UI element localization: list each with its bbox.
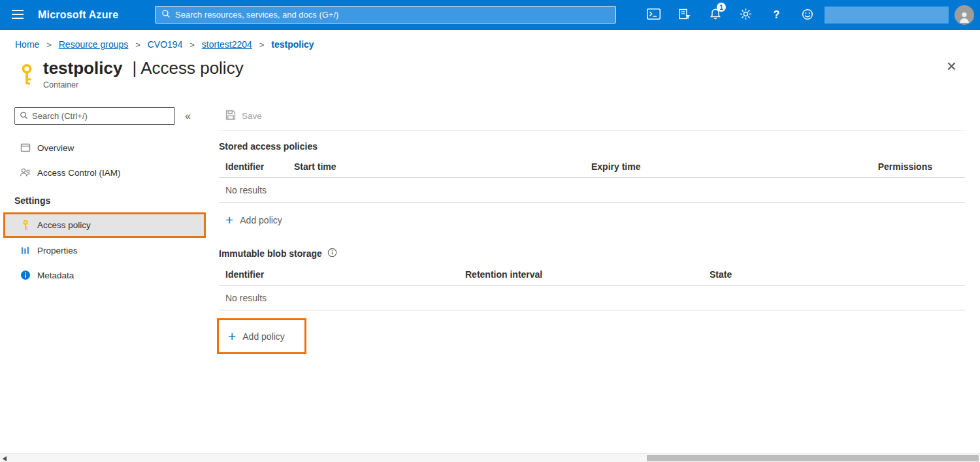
breadcrumb-separator: >	[259, 40, 265, 50]
azure-top-bar: Microsoft Azure 1	[0, 0, 980, 30]
stored-policies-header-row: Identifier Start time Expiry time Permis…	[219, 156, 965, 178]
topbar-actions: 1 ?	[638, 0, 980, 30]
sidebar-search-input[interactable]	[32, 111, 170, 121]
overview-icon	[20, 142, 31, 154]
sidebar-item-access-control-iam[interactable]: Access Control (IAM)	[0, 160, 206, 185]
collapse-sidebar-button[interactable]: «	[185, 110, 191, 122]
help-icon: ?	[774, 9, 780, 21]
hamburger-icon	[12, 10, 24, 21]
save-button-label: Save	[242, 111, 262, 121]
sidebar-item-label: Access Control (IAM)	[37, 168, 121, 178]
content-area: « Overview Access Control (IAM) Settings	[0, 102, 980, 354]
sidebar-section-settings: Settings	[0, 185, 206, 212]
no-results-label: No results	[225, 293, 267, 303]
sidebar-item-access-policy[interactable]: Access policy	[3, 212, 206, 238]
info-icon[interactable]	[327, 248, 337, 259]
notifications-button[interactable]: 1	[700, 0, 730, 30]
breadcrumb-cvo194[interactable]: CVO194	[148, 39, 183, 50]
breadcrumb-stortest2204[interactable]: stortest2204	[202, 39, 252, 50]
resource-menu-sidebar: « Overview Access Control (IAM) Settings	[0, 102, 206, 354]
no-results-label: No results	[225, 185, 267, 195]
sidebar-item-overview[interactable]: Overview	[0, 135, 206, 160]
save-icon	[225, 110, 236, 122]
page-header: testpolicy | Access policy Container ×	[0, 50, 980, 97]
horizontal-scrollbar[interactable]	[0, 453, 980, 462]
feedback-button[interactable]	[792, 0, 823, 30]
add-stored-policy-button[interactable]: + Add policy	[225, 213, 282, 227]
plus-icon: +	[225, 213, 233, 227]
iam-person-icon	[20, 167, 31, 178]
scroll-left-arrow-icon[interactable]	[3, 456, 7, 461]
column-identifier: Identifier	[219, 161, 294, 172]
global-search-bar[interactable]	[155, 6, 616, 24]
column-expiry-time: Expiry time	[591, 161, 877, 172]
hamburger-menu-button[interactable]	[0, 0, 35, 30]
search-icon	[161, 9, 171, 20]
save-button[interactable]: Save	[225, 110, 262, 122]
immutable-empty-row: No results	[219, 286, 965, 310]
breadcrumb-separator: >	[135, 40, 140, 50]
sidebar-item-label: Access policy	[37, 220, 91, 230]
brand-title[interactable]: Microsoft Azure	[38, 9, 118, 21]
search-icon	[20, 111, 28, 122]
key-icon	[17, 63, 37, 88]
column-retention-interval: Retention interval	[465, 269, 710, 280]
smiley-icon	[802, 8, 813, 22]
main-pane: Save Stored access policies Identifier S…	[206, 102, 980, 354]
key-icon	[20, 220, 31, 231]
breadcrumb-resource-groups[interactable]: Resource groups	[59, 39, 129, 50]
directory-filter-icon	[679, 8, 691, 22]
close-icon[interactable]: ×	[947, 58, 956, 74]
resource-type-label: Container	[43, 80, 980, 90]
scrollbar-thumb[interactable]	[647, 455, 979, 461]
sidebar-item-properties[interactable]: Properties	[0, 238, 206, 263]
sidebar-item-label: Properties	[37, 246, 78, 256]
column-identifier: Identifier	[219, 269, 465, 280]
add-policy-label: Add policy	[242, 331, 285, 342]
immutable-header-row: Identifier Retention interval State	[219, 263, 965, 286]
page-title-primary: testpolicy	[43, 58, 122, 78]
stored-policies-empty-row: No results	[219, 178, 965, 203]
help-button[interactable]: ?	[761, 0, 792, 30]
column-start-time: Start time	[294, 161, 591, 172]
sidebar-item-label: Overview	[37, 143, 74, 153]
sidebar-item-metadata[interactable]: Metadata	[0, 263, 206, 288]
notification-count-badge: 1	[717, 3, 726, 12]
gear-icon	[740, 8, 752, 22]
immutable-blob-storage-title: Immutable blob storage	[219, 248, 322, 259]
settings-button[interactable]	[730, 0, 761, 30]
global-search-input[interactable]	[175, 10, 610, 20]
column-state: State	[710, 269, 965, 280]
add-policy-label: Add policy	[240, 215, 282, 225]
breadcrumb-testpolicy[interactable]: testpolicy	[271, 39, 314, 50]
cloud-shell-icon	[647, 8, 661, 22]
column-permissions: Permissions	[877, 161, 965, 172]
info-circle-icon	[20, 270, 31, 281]
sidebar-search-box[interactable]	[14, 107, 175, 125]
page-title-secondary: | Access policy	[133, 58, 244, 78]
breadcrumb: Home > Resource groups > CVO194 > storte…	[0, 30, 980, 50]
properties-bars-icon	[20, 245, 31, 256]
command-bar: Save	[219, 102, 965, 131]
add-immutable-policy-button-highlighted[interactable]: + Add policy	[217, 318, 306, 354]
breadcrumb-separator: >	[46, 40, 52, 50]
sidebar-item-label: Metadata	[37, 271, 74, 280]
stored-access-policies-title: Stored access policies	[219, 141, 965, 152]
directory-filter-button[interactable]	[669, 0, 700, 30]
page-title: testpolicy | Access policy	[43, 59, 980, 78]
sidebar-nav: Overview Access Control (IAM) Settings A…	[0, 135, 206, 288]
person-icon	[958, 10, 971, 25]
plus-icon: +	[228, 329, 236, 343]
cloud-shell-button[interactable]	[638, 0, 669, 30]
breadcrumb-separator: >	[189, 40, 195, 50]
avatar[interactable]	[955, 5, 974, 25]
account-info-area[interactable]	[825, 7, 949, 24]
breadcrumb-home[interactable]: Home	[15, 39, 39, 50]
